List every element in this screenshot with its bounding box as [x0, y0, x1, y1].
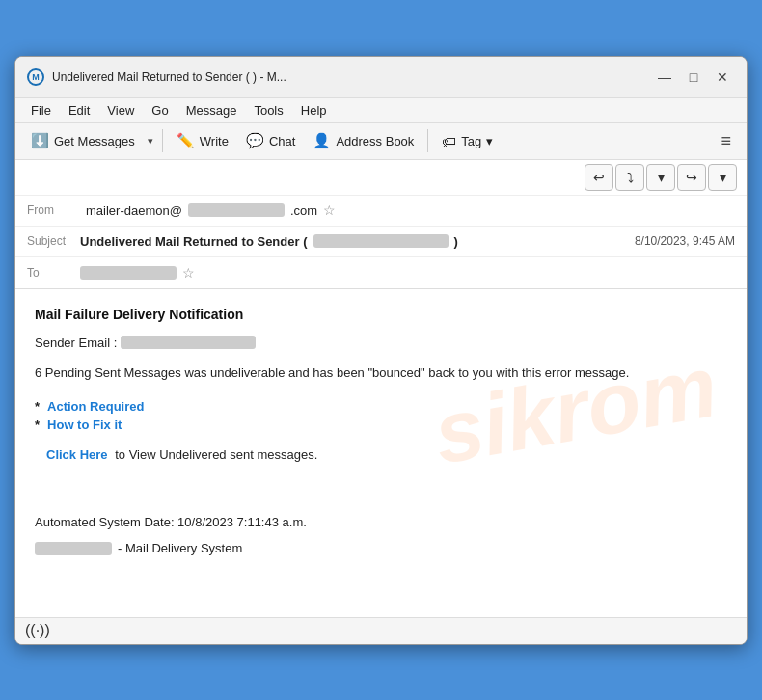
maximize-button[interactable]: □ — [681, 65, 706, 90]
write-icon: ✏️ — [177, 132, 195, 149]
spacer — [35, 481, 727, 496]
nav-buttons: ↩ ⤵ ▾ ↪ ▾ — [585, 164, 737, 191]
sender-email-blurred — [121, 336, 256, 349]
pending-message: 6 Pending Sent Messages was undeliverabl… — [35, 363, 727, 383]
action-list: * Action Required * How to Fix it — [35, 399, 727, 432]
get-messages-label: Get Messages — [54, 134, 135, 148]
to-star[interactable]: ☆ — [182, 265, 195, 281]
subject-blurred — [313, 234, 449, 248]
menu-tools[interactable]: Tools — [246, 100, 290, 121]
click-here-row: Click Here to View Undelivered sent mess… — [35, 447, 727, 462]
get-messages-button[interactable]: ⬇️ Get Messages — [23, 128, 143, 153]
subject-text-end: ) — [454, 234, 458, 249]
action-required-item: * Action Required — [35, 399, 727, 414]
auto-date: Automated System Date: 10/8/2023 7:11:43… — [35, 515, 727, 529]
chat-label: Chat — [269, 134, 295, 148]
bullet-2: * — [35, 417, 40, 432]
get-messages-dropdown[interactable]: ▾ — [145, 131, 156, 151]
toolbar-menu-button[interactable]: ≡ — [713, 127, 739, 155]
menu-help[interactable]: Help — [293, 100, 335, 121]
how-to-fix-item: * How to Fix it — [35, 417, 727, 432]
tag-button[interactable]: 🏷 Tag ▾ — [434, 129, 501, 153]
from-address-prefix: mailer-daemon@ — [86, 203, 182, 218]
mail-delivery-blurred — [35, 542, 112, 555]
forward-button[interactable]: ↪ — [677, 164, 706, 191]
reply-all-button[interactable]: ⤵ — [615, 164, 644, 191]
click-here-link[interactable]: Click Here — [46, 447, 108, 462]
subject-label: Subject — [27, 234, 80, 248]
failure-title: Mail Failure Delivery Notification — [35, 307, 727, 322]
title-bar-left: M Undelivered Mail Returned to Sender ( … — [27, 68, 652, 86]
email-date: 8/10/2023, 9:45 AM — [635, 234, 735, 248]
subject-row: Subject Undelivered Mail Returned to Sen… — [15, 227, 747, 257]
app-icon: M — [27, 68, 44, 86]
to-value: ☆ — [80, 265, 735, 281]
menu-edit[interactable]: Edit — [61, 100, 97, 121]
toolbar-divider-1 — [162, 129, 163, 152]
click-here-suffix: to View Undelivered sent messages. — [112, 447, 318, 462]
sender-row: Sender Email : — [35, 336, 727, 350]
how-to-fix-link[interactable]: How to Fix it — [47, 417, 122, 432]
to-label: To — [27, 266, 80, 280]
subject-date: 8/10/2023, 9:45 AM — [635, 234, 735, 248]
mail-delivery-row: - Mail Delivery System — [35, 541, 727, 555]
window-controls: — □ ✕ — [652, 65, 735, 90]
menu-message[interactable]: Message — [178, 100, 245, 121]
write-button[interactable]: ✏️ Write — [169, 128, 236, 153]
action-required-link[interactable]: Action Required — [47, 399, 144, 414]
address-book-label: Address Book — [336, 134, 414, 148]
from-row: From mailer-daemon@ .com ☆ — [15, 196, 747, 227]
get-messages-icon: ⬇️ — [31, 132, 49, 149]
to-row: To ☆ — [15, 257, 747, 288]
menu-go[interactable]: Go — [144, 100, 176, 121]
status-bar: ((·)) — [15, 617, 747, 644]
subject-value: Undelivered Mail Returned to Sender ( ) — [80, 234, 635, 249]
from-address-blurred — [188, 203, 285, 217]
tag-label: Tag — [461, 134, 481, 148]
close-button[interactable]: ✕ — [710, 65, 735, 90]
email-body: sikrom Mail Failure Delivery Notificatio… — [15, 289, 747, 617]
toolbar-divider-2 — [427, 129, 428, 152]
menu-file[interactable]: File — [23, 100, 59, 121]
forward-dropdown[interactable]: ▾ — [708, 164, 737, 191]
chat-icon: 💬 — [246, 132, 264, 149]
email-nav-row: ↩ ⤵ ▾ ↪ ▾ — [15, 160, 747, 196]
to-address-blurred — [80, 266, 177, 280]
sender-label: Sender Email : — [35, 336, 117, 350]
address-book-icon: 👤 — [313, 132, 331, 149]
from-address-domain: .com — [290, 203, 317, 218]
bullet-1: * — [35, 399, 40, 414]
tag-dropdown-arrow: ▾ — [486, 134, 493, 148]
window-title: Undelivered Mail Returned to Sender ( ) … — [52, 70, 286, 84]
minimize-button[interactable]: — — [652, 65, 677, 90]
body-content: Mail Failure Delivery Notification Sende… — [35, 307, 727, 556]
from-left: From mailer-daemon@ .com ☆ — [27, 202, 336, 218]
write-label: Write — [200, 134, 229, 148]
from-star[interactable]: ☆ — [323, 202, 336, 218]
address-book-button[interactable]: 👤 Address Book — [305, 128, 422, 153]
menu-view[interactable]: View — [99, 100, 142, 121]
reply-all-dropdown[interactable]: ▾ — [646, 164, 675, 191]
tag-icon: 🏷 — [442, 133, 456, 149]
menu-bar: File Edit View Go Message Tools Help — [15, 98, 747, 123]
title-bar: M Undelivered Mail Returned to Sender ( … — [15, 57, 747, 98]
email-header: From mailer-daemon@ .com ☆ Subject Undel… — [15, 196, 747, 289]
subject-text-prefix: Undelivered Mail Returned to Sender ( — [80, 234, 308, 249]
chat-button[interactable]: 💬 Chat — [238, 128, 303, 153]
radio-icon: ((·)) — [25, 622, 50, 639]
from-label: From — [27, 203, 80, 217]
main-window: M Undelivered Mail Returned to Sender ( … — [14, 56, 748, 645]
mail-delivery-suffix: - Mail Delivery System — [118, 541, 242, 555]
reply-button[interactable]: ↩ — [585, 164, 613, 191]
from-value: mailer-daemon@ .com ☆ — [86, 202, 336, 218]
toolbar: ⬇️ Get Messages ▾ ✏️ Write 💬 Chat 👤 Addr… — [15, 123, 747, 160]
